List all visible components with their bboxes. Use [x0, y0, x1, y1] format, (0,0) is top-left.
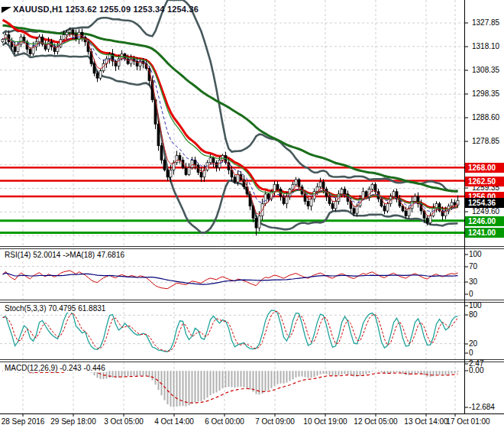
- chart-title-ohlc: XAUUSD,H1 1253.62 1255.09 1253.34 1254.3…: [13, 5, 199, 14]
- stoch-pane-label: Stoch(5,3,3) 70.4795 61.8831: [3, 304, 107, 313]
- rsi-scale-label: 30: [469, 277, 502, 287]
- trading-chart-window: { "header": { "title": "XAUUSD,H1 1253.6…: [0, 0, 504, 428]
- support-level-badge[interactable]: 1246.00: [465, 216, 504, 226]
- price-tick-label: 1308.35: [472, 66, 504, 75]
- stoch-scale-label: 0: [469, 349, 502, 358]
- macd-pane-label: MACD(12,26,9) -0.243 -0.446: [3, 364, 107, 372]
- resistance-level-badge[interactable]: 1268.00: [465, 163, 504, 173]
- macd-scale-label: 0.00: [469, 366, 502, 375]
- price-tick-label: 1298.35: [472, 89, 504, 99]
- time-axis-label: 17 Oct 01:00: [436, 417, 500, 426]
- price-tick-label: 1318.10: [472, 42, 504, 51]
- rsi-scale-label: 0: [469, 290, 502, 299]
- support-level-badge[interactable]: 1241.00: [465, 228, 504, 238]
- price-tick-label: 1278.85: [472, 137, 504, 146]
- rsi-pane-label: RSI(14) 52.0014 ->MA(18) 47.6816: [3, 251, 126, 259]
- macd-scale-label: -12.684: [469, 403, 502, 412]
- rsi-scale-label: 100: [469, 250, 502, 259]
- price-tick-label: 1288.60: [472, 113, 504, 122]
- resistance-level-badge[interactable]: 1262.50: [465, 177, 504, 186]
- stoch-scale-label: 100: [469, 301, 502, 310]
- price-tick-label: 1249.60: [472, 207, 504, 216]
- bid-price-badge: 1254.36: [465, 198, 504, 208]
- stoch-scale-label: 20: [469, 339, 502, 349]
- rsi-scale-label: 70: [469, 262, 502, 271]
- price-tick-label: 1327.85: [472, 18, 504, 28]
- stoch-scale-label: 80: [469, 310, 502, 319]
- chart-scroll-marker-icon[interactable]: [2, 7, 11, 13]
